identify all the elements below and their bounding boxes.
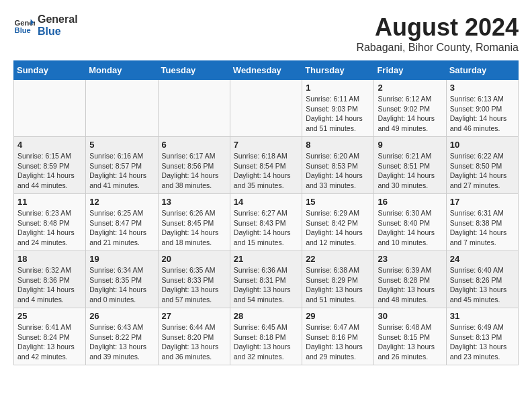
week-row-3: 11Sunrise: 6:23 AM Sunset: 8:48 PM Dayli… [14,194,519,251]
calendar-cell: 21Sunrise: 6:36 AM Sunset: 8:31 PM Dayli… [230,251,302,308]
calendar-cell: 25Sunrise: 6:41 AM Sunset: 8:24 PM Dayli… [14,308,86,365]
week-row-4: 18Sunrise: 6:32 AM Sunset: 8:36 PM Dayli… [14,251,519,308]
week-row-5: 25Sunrise: 6:41 AM Sunset: 8:24 PM Dayli… [14,308,519,365]
day-detail: Sunrise: 6:38 AM Sunset: 8:29 PM Dayligh… [306,265,370,305]
day-number: 26 [89,311,154,321]
day-detail: Sunrise: 6:15 AM Sunset: 8:59 PM Dayligh… [17,151,82,191]
day-detail: Sunrise: 6:26 AM Sunset: 8:45 PM Dayligh… [162,208,226,248]
calendar-cell: 28Sunrise: 6:45 AM Sunset: 8:18 PM Dayli… [230,308,302,365]
day-number: 14 [234,197,298,207]
day-number: 1 [306,83,370,93]
logo-icon: General Blue [13,15,35,36]
calendar-cell: 22Sunrise: 6:38 AM Sunset: 8:29 PM Dayli… [302,251,374,308]
day-detail: Sunrise: 6:45 AM Sunset: 8:18 PM Dayligh… [234,322,298,362]
weekday-header-sunday: Sunday [14,61,86,80]
calendar-cell: 15Sunrise: 6:29 AM Sunset: 8:42 PM Dayli… [302,194,374,251]
day-number: 13 [162,197,226,207]
day-number: 4 [17,140,82,150]
calendar-table: SundayMondayTuesdayWednesdayThursdayFrid… [13,60,519,365]
calendar-cell: 12Sunrise: 6:25 AM Sunset: 8:47 PM Dayli… [86,194,158,251]
calendar-cell: 6Sunrise: 6:17 AM Sunset: 8:56 PM Daylig… [158,137,230,194]
day-detail: Sunrise: 6:13 AM Sunset: 9:00 PM Dayligh… [450,94,515,134]
calendar-cell: 29Sunrise: 6:47 AM Sunset: 8:16 PM Dayli… [302,308,374,365]
weekday-header-thursday: Thursday [302,61,374,80]
day-number: 15 [306,197,370,207]
title-area: August 2024 Rabagani, Bihor County, Roma… [356,13,519,54]
day-detail: Sunrise: 6:23 AM Sunset: 8:48 PM Dayligh… [17,208,82,248]
day-number: 3 [450,83,515,93]
logo: General Blue General Blue [13,13,78,38]
weekday-header-row: SundayMondayTuesdayWednesdayThursdayFrid… [14,61,519,80]
day-number: 20 [162,254,226,264]
svg-text:Blue: Blue [15,26,31,34]
calendar-cell: 14Sunrise: 6:27 AM Sunset: 8:43 PM Dayli… [230,194,302,251]
day-number: 21 [234,254,298,264]
day-detail: Sunrise: 6:11 AM Sunset: 9:03 PM Dayligh… [306,94,370,134]
day-number: 6 [162,140,226,150]
day-detail: Sunrise: 6:21 AM Sunset: 8:51 PM Dayligh… [378,151,442,191]
main-title: August 2024 [356,13,519,42]
logo-general-text: General [38,13,78,26]
calendar-cell: 24Sunrise: 6:40 AM Sunset: 8:26 PM Dayli… [446,251,518,308]
day-number: 8 [306,140,370,150]
calendar-cell: 18Sunrise: 6:32 AM Sunset: 8:36 PM Dayli… [14,251,86,308]
day-number: 10 [450,140,515,150]
day-detail: Sunrise: 6:32 AM Sunset: 8:36 PM Dayligh… [17,265,82,305]
day-number: 25 [17,311,82,321]
day-detail: Sunrise: 6:27 AM Sunset: 8:43 PM Dayligh… [234,208,298,248]
day-number: 19 [89,254,154,264]
calendar-cell: 3Sunrise: 6:13 AM Sunset: 9:00 PM Daylig… [446,80,518,137]
calendar-cell: 5Sunrise: 6:16 AM Sunset: 8:57 PM Daylig… [86,137,158,194]
calendar-cell: 26Sunrise: 6:43 AM Sunset: 8:22 PM Dayli… [86,308,158,365]
day-number: 2 [378,83,442,93]
calendar-cell [230,80,302,137]
day-detail: Sunrise: 6:49 AM Sunset: 8:13 PM Dayligh… [450,322,515,362]
calendar-cell: 8Sunrise: 6:20 AM Sunset: 8:53 PM Daylig… [302,137,374,194]
calendar-cell: 20Sunrise: 6:35 AM Sunset: 8:33 PM Dayli… [158,251,230,308]
calendar-cell: 17Sunrise: 6:31 AM Sunset: 8:38 PM Dayli… [446,194,518,251]
calendar-cell: 4Sunrise: 6:15 AM Sunset: 8:59 PM Daylig… [14,137,86,194]
day-number: 17 [450,197,515,207]
day-number: 18 [17,254,82,264]
day-number: 16 [378,197,442,207]
week-row-1: 1Sunrise: 6:11 AM Sunset: 9:03 PM Daylig… [14,80,519,137]
weekday-header-wednesday: Wednesday [230,61,302,80]
day-detail: Sunrise: 6:36 AM Sunset: 8:31 PM Dayligh… [234,265,298,305]
day-number: 22 [306,254,370,264]
calendar-cell: 16Sunrise: 6:30 AM Sunset: 8:40 PM Dayli… [374,194,446,251]
day-detail: Sunrise: 6:17 AM Sunset: 8:56 PM Dayligh… [162,151,226,191]
day-detail: Sunrise: 6:18 AM Sunset: 8:54 PM Dayligh… [234,151,298,191]
day-detail: Sunrise: 6:43 AM Sunset: 8:22 PM Dayligh… [89,322,154,362]
day-number: 24 [450,254,515,264]
calendar-cell: 31Sunrise: 6:49 AM Sunset: 8:13 PM Dayli… [446,308,518,365]
calendar-cell: 19Sunrise: 6:34 AM Sunset: 8:35 PM Dayli… [86,251,158,308]
day-number: 12 [89,197,154,207]
day-detail: Sunrise: 6:12 AM Sunset: 9:02 PM Dayligh… [378,94,442,134]
weekday-header-tuesday: Tuesday [158,61,230,80]
calendar-cell: 7Sunrise: 6:18 AM Sunset: 8:54 PM Daylig… [230,137,302,194]
day-detail: Sunrise: 6:31 AM Sunset: 8:38 PM Dayligh… [450,208,515,248]
day-detail: Sunrise: 6:44 AM Sunset: 8:20 PM Dayligh… [162,322,226,362]
day-detail: Sunrise: 6:40 AM Sunset: 8:26 PM Dayligh… [450,265,515,305]
day-detail: Sunrise: 6:25 AM Sunset: 8:47 PM Dayligh… [89,208,154,248]
day-detail: Sunrise: 6:30 AM Sunset: 8:40 PM Dayligh… [378,208,442,248]
day-number: 27 [162,311,226,321]
logo-blue-text: Blue [38,26,78,38]
calendar-cell: 30Sunrise: 6:48 AM Sunset: 8:15 PM Dayli… [374,308,446,365]
day-number: 29 [306,311,370,321]
calendar-cell: 11Sunrise: 6:23 AM Sunset: 8:48 PM Dayli… [14,194,86,251]
week-row-2: 4Sunrise: 6:15 AM Sunset: 8:59 PM Daylig… [14,137,519,194]
header: General Blue General Blue August 2024 Ra… [13,13,519,54]
day-number: 23 [378,254,442,264]
day-detail: Sunrise: 6:34 AM Sunset: 8:35 PM Dayligh… [89,265,154,305]
calendar-cell: 10Sunrise: 6:22 AM Sunset: 8:50 PM Dayli… [446,137,518,194]
calendar-cell: 1Sunrise: 6:11 AM Sunset: 9:03 PM Daylig… [302,80,374,137]
calendar-cell: 27Sunrise: 6:44 AM Sunset: 8:20 PM Dayli… [158,308,230,365]
calendar-cell: 13Sunrise: 6:26 AM Sunset: 8:45 PM Dayli… [158,194,230,251]
day-detail: Sunrise: 6:20 AM Sunset: 8:53 PM Dayligh… [306,151,370,191]
calendar-cell [158,80,230,137]
calendar-cell: 9Sunrise: 6:21 AM Sunset: 8:51 PM Daylig… [374,137,446,194]
day-detail: Sunrise: 6:48 AM Sunset: 8:15 PM Dayligh… [378,322,442,362]
day-detail: Sunrise: 6:47 AM Sunset: 8:16 PM Dayligh… [306,322,370,362]
day-detail: Sunrise: 6:29 AM Sunset: 8:42 PM Dayligh… [306,208,370,248]
